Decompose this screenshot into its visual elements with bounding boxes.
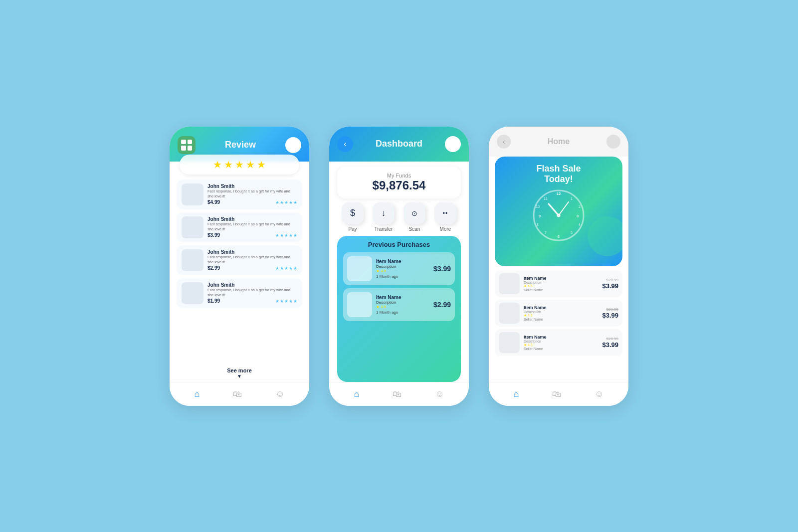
purchase-item-2[interactable]: Item Name Description ★ 4.6 1 Month ago … [343,288,455,321]
review-thumb-4 [182,282,203,304]
svg-line-14 [559,202,569,215]
review-item-1[interactable]: John Smith Fast response, I bought it as… [177,179,302,209]
product-desc-1: Description [524,281,598,284]
action-buttons: $ Pay ↓ Transfer ⊙ Scan •• More [337,202,461,232]
review-name-3: John Smith [207,249,297,255]
purchase-item-1[interactable]: Item Name Description ★ 4.6 1 Month ago … [343,252,455,285]
review-text-1: Fast response, I bought it as a gift for… [207,189,297,199]
nav-profile-icon[interactable]: ☺ [275,389,284,399]
transfer-button[interactable]: ↓ Transfer [373,202,395,232]
avatar[interactable] [445,136,461,152]
purchase-date-2: 1 Month ago [376,310,429,315]
product-rating-1: ★ 4.6 [524,284,598,288]
product-old-price-1: $20.99 [602,278,618,282]
product-item-2[interactable]: Item Name Description ★ 4.6 Seller Name … [495,300,622,327]
product-old-price-2: $20.99 [602,307,618,312]
review-price-1: $4.99 [207,199,220,205]
purchase-date-1: 1 Month ago [376,274,429,279]
pay-button[interactable]: $ Pay [342,202,364,232]
flash-sale-text: Flash SaleToday! [531,157,586,188]
svg-text:3: 3 [577,214,579,218]
purchase-thumb-2 [347,292,372,317]
review-footer-2: $3.99 ★★★★★ [207,232,297,238]
prev-purchases-title: Previous Purchases [343,241,455,248]
nav-bag-icon[interactable]: 🛍 [393,389,401,399]
review-stars-1: ★★★★★ [275,200,297,205]
svg-text:8: 8 [537,223,539,226]
review-name-4: John Smith [207,282,297,288]
back-button-gray[interactable]: ‹ [497,135,511,149]
phone-dashboard: ‹ Dashboard My Funds $9,876.54 $ Pay ↓ T… [329,127,469,406]
product-name-2: Item Name [524,305,598,310]
product-thumb-2 [499,303,520,324]
scan-button[interactable]: ⊙ Scan [403,202,425,232]
product-info-3: Item Name Description ★ 4.6 Seller Name [524,335,598,351]
more-button[interactable]: •• More [434,202,456,232]
home-header: ‹ Home [489,127,628,157]
nav-profile-icon[interactable]: ☺ [435,389,444,399]
green-blob-decoration [588,216,622,256]
product-rating-2: ★ 4.6 [524,314,598,318]
review-content-3: John Smith Fast response, I bought it as… [207,249,297,271]
nav-home-icon[interactable]: ⌂ [354,389,359,399]
see-more-button[interactable]: See more ▼ [170,365,309,382]
product-desc-3: Description [524,340,598,343]
product-thumb-3 [499,332,520,353]
review-list: John Smith Fast response, I bought it as… [170,175,309,365]
purchase-name-1: Item Name [376,259,429,264]
review-title: Review [225,140,256,150]
product-desc-2: Description [524,310,598,314]
review-stars-2: ★★★★★ [275,233,297,238]
review-item-4[interactable]: John Smith Fast response, I bought it as… [177,278,302,308]
pay-icon: $ [342,202,364,224]
svg-line-13 [549,204,559,215]
review-item-3[interactable]: John Smith Fast response, I bought it as… [177,245,302,275]
review-text-4: Fast response, I bought it as a gift for… [207,288,297,298]
dashboard-title: Dashboard [376,139,422,149]
star-4: ★ [246,159,255,171]
svg-text:7: 7 [545,231,547,234]
product-rating-3: ★ 4.6 [524,343,598,347]
review-text-2: Fast response, I bought it as a gift for… [207,222,297,232]
svg-point-15 [557,213,561,217]
phone-home: ‹ Home Flash SaleToday! 12 3 6 9 1 2 4 5… [489,127,628,406]
purchase-rating-1: ★ 4.6 [376,269,429,273]
svg-text:2: 2 [579,205,581,208]
purchase-info-2: Item Name Description ★ 4.6 1 Month ago [376,295,429,315]
review-item-2[interactable]: John Smith Fast response, I bought it as… [177,212,302,242]
transfer-icon: ↓ [373,202,395,224]
purchase-price-2: $2.99 [433,301,451,309]
product-item-3[interactable]: Item Name Description ★ 4.6 Seller Name … [495,329,622,356]
funds-label: My Funds [345,173,453,178]
product-name-1: Item Name [524,276,598,281]
nav-home-icon[interactable]: ⌂ [513,389,519,399]
product-item-1[interactable]: Item Name Description ★ 4.6 Seller Name … [495,270,622,297]
product-seller-3: Seller Name [524,347,598,351]
phone-review: Review ★ ★ ★ ★ ★ John Smith Fast respons… [170,127,309,406]
svg-text:1: 1 [571,197,573,200]
nav-profile-icon[interactable]: ☺ [595,389,603,399]
back-button[interactable]: ‹ [337,136,353,152]
more-icon: •• [434,202,456,224]
avatar[interactable] [285,137,301,153]
review-name-2: John Smith [207,216,297,222]
review-text-3: Fast response, I bought it as a gift for… [207,255,297,265]
svg-text:10: 10 [536,205,540,208]
stars-banner: ★ ★ ★ ★ ★ [180,155,299,175]
svg-text:4: 4 [579,223,581,226]
clock-face: 12 3 6 9 1 2 4 5 7 8 10 11 [531,188,586,243]
funds-card: My Funds $9,876.54 [337,167,461,198]
purchase-rating-2: ★ 4.6 [376,305,429,309]
nav-bag-icon[interactable]: 🛍 [552,389,561,399]
grid-icon[interactable] [178,136,196,154]
review-content-2: John Smith Fast response, I bought it as… [207,216,297,238]
svg-text:5: 5 [571,231,573,234]
bottom-nav-dashboard: ⌂ 🛍 ☺ [329,382,469,406]
review-content-4: John Smith Fast response, I bought it as… [207,282,297,304]
previous-purchases: Previous Purchases Item Name Description… [337,236,461,382]
purchase-desc-1: Description [376,264,429,269]
home-title: Home [548,137,570,146]
nav-bag-icon[interactable]: 🛍 [233,389,242,399]
avatar[interactable] [606,135,620,149]
nav-home-icon[interactable]: ⌂ [194,389,200,399]
